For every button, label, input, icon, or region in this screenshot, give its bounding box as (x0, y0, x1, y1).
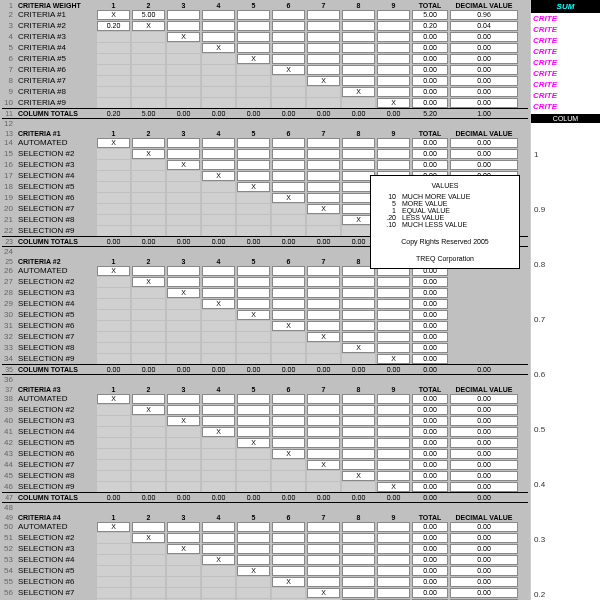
grid-cell[interactable] (132, 394, 165, 404)
grid-cell[interactable] (167, 332, 200, 342)
grid-cell[interactable] (167, 76, 200, 86)
grid-cell[interactable] (342, 98, 375, 108)
grid-cell[interactable] (167, 533, 200, 543)
grid-cell[interactable] (132, 460, 165, 470)
grid-cell[interactable] (202, 21, 235, 31)
grid-cell[interactable] (167, 555, 200, 565)
grid-cell[interactable] (237, 32, 270, 42)
grid-cell[interactable] (97, 193, 130, 203)
grid-cell[interactable] (377, 460, 410, 470)
grid-cell[interactable] (132, 288, 165, 298)
grid-cell[interactable] (237, 544, 270, 554)
grid-cell[interactable] (342, 65, 375, 75)
grid-cell[interactable]: X (97, 522, 130, 532)
grid-cell[interactable] (202, 522, 235, 532)
grid-cell[interactable] (307, 54, 340, 64)
grid-cell[interactable] (272, 87, 305, 97)
grid-cell[interactable]: X (237, 54, 270, 64)
grid-cell[interactable] (307, 416, 340, 426)
grid-cell[interactable] (272, 215, 305, 225)
grid-cell[interactable] (307, 32, 340, 42)
grid-cell[interactable]: X (132, 149, 165, 159)
grid-cell[interactable] (377, 160, 410, 170)
grid-cell[interactable] (342, 533, 375, 543)
grid-cell[interactable] (167, 277, 200, 287)
grid-cell[interactable] (307, 87, 340, 97)
grid-cell[interactable] (307, 65, 340, 75)
grid-cell[interactable] (307, 149, 340, 159)
grid-cell[interactable] (307, 310, 340, 320)
grid-cell[interactable] (167, 43, 200, 53)
grid-cell[interactable] (272, 21, 305, 31)
grid-cell[interactable]: X (202, 299, 235, 309)
grid-cell[interactable] (97, 299, 130, 309)
grid-cell[interactable] (377, 555, 410, 565)
grid-cell[interactable] (167, 405, 200, 415)
grid-cell[interactable] (237, 354, 270, 364)
grid-cell[interactable] (307, 266, 340, 276)
grid-cell[interactable]: X (167, 32, 200, 42)
grid-cell[interactable] (307, 522, 340, 532)
grid-cell[interactable] (377, 32, 410, 42)
grid-cell[interactable] (167, 343, 200, 353)
grid-cell[interactable] (202, 65, 235, 75)
grid-cell[interactable] (97, 160, 130, 170)
grid-cell[interactable] (132, 138, 165, 148)
grid-cell[interactable] (132, 98, 165, 108)
grid-cell[interactable] (132, 482, 165, 492)
grid-cell[interactable] (132, 438, 165, 448)
grid-cell[interactable] (202, 138, 235, 148)
grid-cell[interactable] (272, 299, 305, 309)
grid-cell[interactable] (342, 577, 375, 587)
grid-cell[interactable] (97, 533, 130, 543)
grid-cell[interactable] (97, 449, 130, 459)
grid-cell[interactable] (307, 343, 340, 353)
grid-cell[interactable]: X (167, 288, 200, 298)
grid-cell[interactable] (237, 522, 270, 532)
grid-cell[interactable] (132, 566, 165, 576)
grid-cell[interactable] (132, 299, 165, 309)
grid-cell[interactable]: X (132, 405, 165, 415)
grid-cell[interactable] (377, 149, 410, 159)
grid-cell[interactable] (272, 343, 305, 353)
grid-cell[interactable] (167, 182, 200, 192)
grid-cell[interactable] (97, 438, 130, 448)
grid-cell[interactable] (272, 204, 305, 214)
grid-cell[interactable] (342, 405, 375, 415)
grid-cell[interactable] (132, 43, 165, 53)
grid-cell[interactable] (97, 405, 130, 415)
grid-cell[interactable] (132, 471, 165, 481)
grid-cell[interactable] (97, 343, 130, 353)
grid-cell[interactable] (97, 471, 130, 481)
grid-cell[interactable] (377, 54, 410, 64)
grid-cell[interactable] (97, 555, 130, 565)
grid-cell[interactable] (202, 277, 235, 287)
grid-cell[interactable] (97, 482, 130, 492)
grid-cell[interactable] (202, 544, 235, 554)
grid-cell[interactable] (272, 266, 305, 276)
grid-cell[interactable] (237, 277, 270, 287)
grid-cell[interactable]: X (237, 566, 270, 576)
grid-cell[interactable] (132, 321, 165, 331)
grid-cell[interactable] (342, 522, 375, 532)
grid-cell[interactable] (307, 354, 340, 364)
grid-cell[interactable] (307, 299, 340, 309)
grid-cell[interactable] (272, 76, 305, 86)
grid-cell[interactable] (167, 193, 200, 203)
grid-cell[interactable] (97, 588, 130, 598)
grid-cell[interactable] (97, 87, 130, 97)
grid-cell[interactable] (272, 544, 305, 554)
grid-cell[interactable]: X (132, 21, 165, 31)
grid-cell[interactable] (132, 416, 165, 426)
grid-cell[interactable] (237, 288, 270, 298)
grid-cell[interactable] (377, 471, 410, 481)
grid-cell[interactable] (97, 577, 130, 587)
grid-cell[interactable] (377, 321, 410, 331)
grid-cell[interactable] (272, 171, 305, 181)
grid-cell[interactable] (202, 354, 235, 364)
grid-cell[interactable] (272, 149, 305, 159)
grid-cell[interactable] (167, 588, 200, 598)
grid-cell[interactable] (272, 98, 305, 108)
grid-cell[interactable] (272, 54, 305, 64)
grid-cell[interactable] (342, 43, 375, 53)
